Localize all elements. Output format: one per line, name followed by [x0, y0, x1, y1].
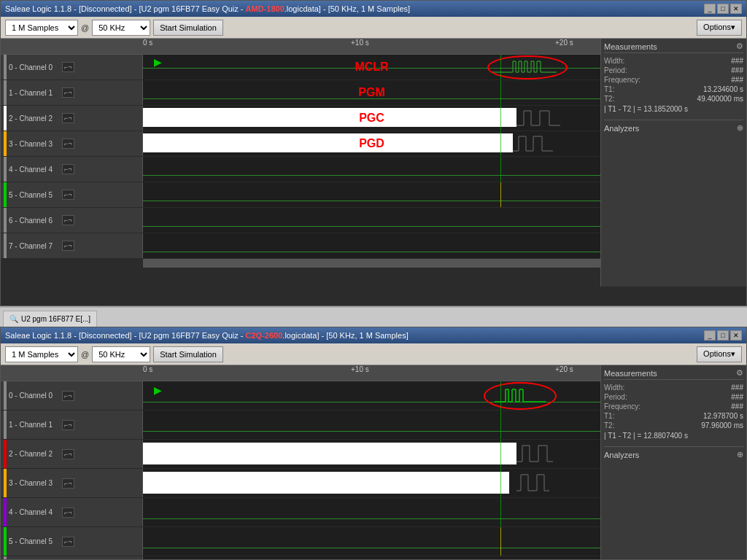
b-channel-row-6: 6 - Channel 6 ⌐¬ — [1, 556, 600, 559]
tab-search-icon: 🔍 — [9, 315, 18, 323]
ch2-waveform: PGC — [143, 106, 600, 131]
b-channel-3-label: 3 - Channel 3 ⌐¬ — [1, 469, 143, 497]
ch4-waveform — [143, 157, 600, 182]
ch1-pgm-label: PGM — [358, 86, 384, 99]
channel-3-label: 3 - Channel 3 ⌐¬ — [1, 131, 143, 156]
b-ch5-vert-line — [500, 527, 501, 556]
b-channel-0-label: 0 - Channel 0 ⌐¬ — [1, 381, 143, 410]
ch5-color-bar — [4, 182, 7, 207]
b-samples-select[interactable]: 1 M Samples — [5, 346, 78, 362]
b-channel-4-label: 4 - Channel 4 ⌐¬ — [1, 498, 143, 526]
b-channel-6-label: 6 - Channel 6 ⌐¬ — [1, 556, 143, 559]
channel-2-label: 2 - Channel 2 ⌐¬ — [1, 106, 143, 131]
maximize-button[interactable]: □ — [717, 4, 729, 14]
ch4-color-bar — [4, 157, 7, 182]
bottom-title-text: Saleae Logic 1.1.8 - [Disconnected] - [U… — [5, 331, 409, 340]
b-ch1-low-line — [143, 431, 600, 432]
b-timeline-t10: +10 s — [351, 365, 369, 373]
b-minimize-button[interactable]: _ — [704, 330, 716, 341]
bottom-window: Saleae Logic 1.1.8 - [Disconnected] - [U… — [0, 327, 747, 560]
b-options-button[interactable]: Options▾ — [697, 346, 742, 362]
ch4-num: 4 - Channel 4 — [9, 166, 60, 174]
channel-7-label: 7 - Channel 7 ⌐¬ — [1, 233, 143, 258]
b-channel-row-3: 3 - Channel 3 ⌐¬ — [1, 469, 600, 498]
freq-row: Frequency: ### — [604, 75, 743, 85]
b-ch3-pulses — [516, 472, 549, 494]
ch5-waveform — [143, 182, 600, 207]
tab-u2pgm[interactable]: 🔍 U2 pgm 16F877 E[...] — [3, 311, 97, 327]
measurements-gear-icon[interactable]: ⚙ — [736, 42, 743, 51]
ch4-vert-line — [500, 157, 501, 182]
ch5-num: 5 - Channel 5 — [9, 191, 60, 199]
ch0-signal-icon: ⌐¬ — [62, 62, 74, 72]
b-ch5-signal-icon: ⌐¬ — [62, 537, 74, 547]
b-ch2-waveform — [143, 440, 600, 468]
ch3-color-bar — [4, 131, 7, 156]
bottom-title-controls: _ □ ✕ — [704, 330, 742, 341]
b-ch1-color-bar — [4, 411, 7, 439]
b-ch5-waveform — [143, 527, 600, 556]
close-button[interactable]: ✕ — [730, 4, 742, 14]
ch2-pulses — [516, 108, 560, 128]
channel-row-2: 2 - Channel 2 ⌐¬ — [1, 106, 600, 131]
b-ch1-num: 1 - Channel 1 — [9, 421, 60, 429]
b-ch6-waveform — [143, 556, 600, 559]
top-right-panel: Measurements ⚙ Width: ### Period: ### Fr… — [600, 39, 746, 287]
channel-row-6: 6 - Channel 6 ⌐¬ — [1, 208, 600, 233]
channel-0-label: 0 - Channel 0 ⌐¬ — [1, 55, 143, 79]
timeline-t10: +10 s — [351, 39, 369, 47]
ch5-signal-icon: ⌐¬ — [62, 190, 74, 200]
top-h-scrollbar[interactable] — [143, 259, 600, 268]
b-ch0-burst — [495, 385, 546, 406]
b-close-button[interactable]: ✕ — [730, 330, 742, 341]
ch7-color-bar — [4, 233, 7, 258]
top-channels-area: 0 s +10 s +20 s 0 - Channel 0 ⌐¬ ▶ MCLR — [1, 39, 600, 287]
ch2-white-signal — [143, 108, 541, 127]
analyzers-add-icon[interactable]: ⊕ — [737, 123, 743, 133]
ch7-low-line — [143, 252, 600, 252]
b-freq-select[interactable]: 50 KHz — [92, 346, 150, 362]
b-ch0-signal-icon: ⌐¬ — [62, 391, 74, 401]
b-ch0-burst-svg — [495, 385, 546, 407]
ch0-mclr-label: MCLR — [355, 61, 388, 74]
b-ch2-color-bar — [4, 440, 7, 468]
ch3-pulses — [513, 133, 553, 154]
b-channel-1-label: 1 - Channel 1 ⌐¬ — [1, 411, 143, 439]
top-main-area: 0 s +10 s +20 s 0 - Channel 0 ⌐¬ ▶ MCLR — [1, 39, 746, 287]
top-title-text: Saleae Logic 1.1.8 - [Disconnected] - [U… — [5, 4, 410, 13]
minimize-button[interactable]: _ — [704, 4, 716, 14]
ch3-vert-line — [500, 131, 501, 156]
at-label: @ — [81, 23, 89, 32]
bottom-main-area: 0 s +10 s +20 s 0 - Channel 0 ⌐¬ ▶ — [1, 365, 746, 559]
b-ch3-waveform — [143, 469, 600, 497]
b-ch0-color-bar — [4, 381, 7, 410]
start-simulation-button[interactable]: Start Simulation — [153, 20, 223, 36]
t2-row: T2: 49.400000 ms — [604, 94, 743, 104]
b-ch0-waveform: ▶ — [143, 381, 600, 410]
b-ch0-num: 0 - Channel 0 — [9, 392, 60, 400]
ch5-low-line — [143, 201, 600, 201]
ch6-color-bar — [4, 208, 7, 233]
b-ch3-pulses-svg — [516, 472, 549, 495]
samples-select[interactable]: 1 M Samples — [5, 20, 78, 36]
b-channel-row-4: 4 - Channel 4 ⌐¬ — [1, 498, 600, 527]
ch4-signal-icon: ⌐¬ — [62, 164, 74, 174]
b-analyzers-add-icon[interactable]: ⊕ — [737, 450, 743, 459]
ch1-vert-line — [500, 80, 501, 105]
freq-select[interactable]: 50 KHz — [92, 20, 150, 36]
b-measurements-header: Measurements ⚙ — [604, 368, 743, 380]
bottom-channels-area: 0 s +10 s +20 s 0 - Channel 0 ⌐¬ ▶ — [1, 365, 600, 559]
b-ch5-num: 5 - Channel 5 — [9, 537, 60, 545]
b-ch1-signal-icon: ⌐¬ — [62, 420, 74, 430]
b-maximize-button[interactable]: □ — [717, 330, 729, 341]
b-channel-5-label: 5 - Channel 5 ⌐¬ — [1, 527, 143, 556]
b-start-simulation-button[interactable]: Start Simulation — [153, 346, 223, 362]
width-row: Width: ### — [604, 56, 743, 66]
b-ch2-num: 2 - Channel 2 — [9, 450, 60, 458]
ch6-waveform — [143, 208, 600, 233]
b-channel-row-0: 0 - Channel 0 ⌐¬ ▶ — [1, 381, 600, 411]
b-measurements-gear-icon[interactable]: ⚙ — [736, 368, 743, 378]
b-ch2-vert-line — [500, 440, 501, 468]
options-button[interactable]: Options▾ — [697, 20, 742, 36]
period-row: Period: ### — [604, 66, 743, 75]
